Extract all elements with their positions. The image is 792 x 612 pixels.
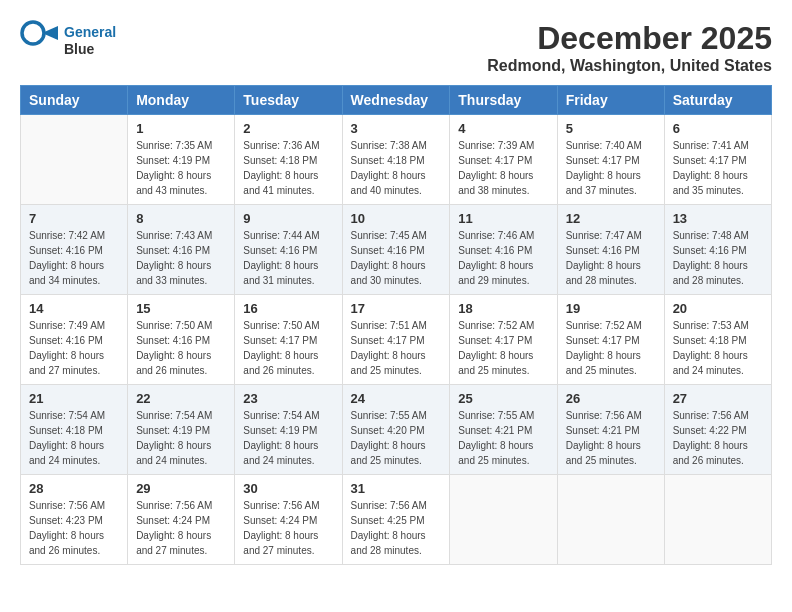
day-info: Sunrise: 7:40 AMSunset: 4:17 PMDaylight:… bbox=[566, 138, 656, 198]
day-number: 3 bbox=[351, 121, 442, 136]
day-number: 2 bbox=[243, 121, 333, 136]
table-row: 27 Sunrise: 7:56 AMSunset: 4:22 PMDaylig… bbox=[664, 385, 771, 475]
day-number: 10 bbox=[351, 211, 442, 226]
day-info: Sunrise: 7:42 AMSunset: 4:16 PMDaylight:… bbox=[29, 228, 119, 288]
day-info: Sunrise: 7:43 AMSunset: 4:16 PMDaylight:… bbox=[136, 228, 226, 288]
day-info: Sunrise: 7:38 AMSunset: 4:18 PMDaylight:… bbox=[351, 138, 442, 198]
day-info: Sunrise: 7:50 AMSunset: 4:16 PMDaylight:… bbox=[136, 318, 226, 378]
svg-point-0 bbox=[22, 22, 44, 44]
month-title: December 2025 bbox=[487, 20, 772, 57]
day-info: Sunrise: 7:46 AMSunset: 4:16 PMDaylight:… bbox=[458, 228, 548, 288]
day-number: 8 bbox=[136, 211, 226, 226]
calendar-week-row: 21 Sunrise: 7:54 AMSunset: 4:18 PMDaylig… bbox=[21, 385, 772, 475]
day-info: Sunrise: 7:56 AMSunset: 4:23 PMDaylight:… bbox=[29, 498, 119, 558]
day-info: Sunrise: 7:49 AMSunset: 4:16 PMDaylight:… bbox=[29, 318, 119, 378]
day-number: 29 bbox=[136, 481, 226, 496]
table-row: 29 Sunrise: 7:56 AMSunset: 4:24 PMDaylig… bbox=[128, 475, 235, 565]
day-number: 21 bbox=[29, 391, 119, 406]
table-row: 11 Sunrise: 7:46 AMSunset: 4:16 PMDaylig… bbox=[450, 205, 557, 295]
table-row: 26 Sunrise: 7:56 AMSunset: 4:21 PMDaylig… bbox=[557, 385, 664, 475]
day-number: 22 bbox=[136, 391, 226, 406]
logo: General Blue bbox=[20, 20, 116, 62]
header-thursday: Thursday bbox=[450, 86, 557, 115]
day-number: 4 bbox=[458, 121, 548, 136]
table-row: 13 Sunrise: 7:48 AMSunset: 4:16 PMDaylig… bbox=[664, 205, 771, 295]
day-number: 9 bbox=[243, 211, 333, 226]
day-info: Sunrise: 7:55 AMSunset: 4:21 PMDaylight:… bbox=[458, 408, 548, 468]
day-info: Sunrise: 7:52 AMSunset: 4:17 PMDaylight:… bbox=[458, 318, 548, 378]
day-number: 12 bbox=[566, 211, 656, 226]
table-row: 1 Sunrise: 7:35 AMSunset: 4:19 PMDayligh… bbox=[128, 115, 235, 205]
header-tuesday: Tuesday bbox=[235, 86, 342, 115]
day-info: Sunrise: 7:54 AMSunset: 4:18 PMDaylight:… bbox=[29, 408, 119, 468]
calendar-week-row: 28 Sunrise: 7:56 AMSunset: 4:23 PMDaylig… bbox=[21, 475, 772, 565]
calendar-header-row: Sunday Monday Tuesday Wednesday Thursday… bbox=[21, 86, 772, 115]
day-info: Sunrise: 7:44 AMSunset: 4:16 PMDaylight:… bbox=[243, 228, 333, 288]
table-row bbox=[450, 475, 557, 565]
day-number: 24 bbox=[351, 391, 442, 406]
day-info: Sunrise: 7:48 AMSunset: 4:16 PMDaylight:… bbox=[673, 228, 763, 288]
header-sunday: Sunday bbox=[21, 86, 128, 115]
day-info: Sunrise: 7:56 AMSunset: 4:25 PMDaylight:… bbox=[351, 498, 442, 558]
day-info: Sunrise: 7:45 AMSunset: 4:16 PMDaylight:… bbox=[351, 228, 442, 288]
day-number: 25 bbox=[458, 391, 548, 406]
day-info: Sunrise: 7:54 AMSunset: 4:19 PMDaylight:… bbox=[136, 408, 226, 468]
day-number: 1 bbox=[136, 121, 226, 136]
day-info: Sunrise: 7:56 AMSunset: 4:22 PMDaylight:… bbox=[673, 408, 763, 468]
table-row bbox=[21, 115, 128, 205]
table-row: 8 Sunrise: 7:43 AMSunset: 4:16 PMDayligh… bbox=[128, 205, 235, 295]
day-info: Sunrise: 7:56 AMSunset: 4:24 PMDaylight:… bbox=[243, 498, 333, 558]
day-number: 17 bbox=[351, 301, 442, 316]
day-info: Sunrise: 7:47 AMSunset: 4:16 PMDaylight:… bbox=[566, 228, 656, 288]
day-info: Sunrise: 7:39 AMSunset: 4:17 PMDaylight:… bbox=[458, 138, 548, 198]
day-number: 30 bbox=[243, 481, 333, 496]
table-row: 5 Sunrise: 7:40 AMSunset: 4:17 PMDayligh… bbox=[557, 115, 664, 205]
day-number: 27 bbox=[673, 391, 763, 406]
day-info: Sunrise: 7:53 AMSunset: 4:18 PMDaylight:… bbox=[673, 318, 763, 378]
table-row: 4 Sunrise: 7:39 AMSunset: 4:17 PMDayligh… bbox=[450, 115, 557, 205]
header-saturday: Saturday bbox=[664, 86, 771, 115]
day-number: 11 bbox=[458, 211, 548, 226]
day-info: Sunrise: 7:56 AMSunset: 4:24 PMDaylight:… bbox=[136, 498, 226, 558]
table-row: 21 Sunrise: 7:54 AMSunset: 4:18 PMDaylig… bbox=[21, 385, 128, 475]
day-info: Sunrise: 7:55 AMSunset: 4:20 PMDaylight:… bbox=[351, 408, 442, 468]
header-friday: Friday bbox=[557, 86, 664, 115]
day-number: 6 bbox=[673, 121, 763, 136]
table-row: 12 Sunrise: 7:47 AMSunset: 4:16 PMDaylig… bbox=[557, 205, 664, 295]
table-row: 6 Sunrise: 7:41 AMSunset: 4:17 PMDayligh… bbox=[664, 115, 771, 205]
table-row: 23 Sunrise: 7:54 AMSunset: 4:19 PMDaylig… bbox=[235, 385, 342, 475]
location-title: Redmond, Washington, United States bbox=[487, 57, 772, 75]
table-row: 7 Sunrise: 7:42 AMSunset: 4:16 PMDayligh… bbox=[21, 205, 128, 295]
day-info: Sunrise: 7:56 AMSunset: 4:21 PMDaylight:… bbox=[566, 408, 656, 468]
day-info: Sunrise: 7:54 AMSunset: 4:19 PMDaylight:… bbox=[243, 408, 333, 468]
table-row: 30 Sunrise: 7:56 AMSunset: 4:24 PMDaylig… bbox=[235, 475, 342, 565]
header: General Blue December 2025 Redmond, Wash… bbox=[20, 20, 772, 75]
table-row bbox=[664, 475, 771, 565]
day-info: Sunrise: 7:51 AMSunset: 4:17 PMDaylight:… bbox=[351, 318, 442, 378]
day-info: Sunrise: 7:41 AMSunset: 4:17 PMDaylight:… bbox=[673, 138, 763, 198]
table-row: 17 Sunrise: 7:51 AMSunset: 4:17 PMDaylig… bbox=[342, 295, 450, 385]
day-number: 23 bbox=[243, 391, 333, 406]
table-row: 24 Sunrise: 7:55 AMSunset: 4:20 PMDaylig… bbox=[342, 385, 450, 475]
table-row: 16 Sunrise: 7:50 AMSunset: 4:17 PMDaylig… bbox=[235, 295, 342, 385]
logo-text: General Blue bbox=[64, 24, 116, 58]
calendar-week-row: 7 Sunrise: 7:42 AMSunset: 4:16 PMDayligh… bbox=[21, 205, 772, 295]
table-row bbox=[557, 475, 664, 565]
table-row: 22 Sunrise: 7:54 AMSunset: 4:19 PMDaylig… bbox=[128, 385, 235, 475]
table-row: 25 Sunrise: 7:55 AMSunset: 4:21 PMDaylig… bbox=[450, 385, 557, 475]
day-number: 28 bbox=[29, 481, 119, 496]
day-number: 15 bbox=[136, 301, 226, 316]
day-number: 14 bbox=[29, 301, 119, 316]
table-row: 31 Sunrise: 7:56 AMSunset: 4:25 PMDaylig… bbox=[342, 475, 450, 565]
day-number: 26 bbox=[566, 391, 656, 406]
day-number: 5 bbox=[566, 121, 656, 136]
table-row: 9 Sunrise: 7:44 AMSunset: 4:16 PMDayligh… bbox=[235, 205, 342, 295]
header-wednesday: Wednesday bbox=[342, 86, 450, 115]
day-info: Sunrise: 7:35 AMSunset: 4:19 PMDaylight:… bbox=[136, 138, 226, 198]
table-row: 15 Sunrise: 7:50 AMSunset: 4:16 PMDaylig… bbox=[128, 295, 235, 385]
day-info: Sunrise: 7:36 AMSunset: 4:18 PMDaylight:… bbox=[243, 138, 333, 198]
day-info: Sunrise: 7:52 AMSunset: 4:17 PMDaylight:… bbox=[566, 318, 656, 378]
day-number: 20 bbox=[673, 301, 763, 316]
table-row: 20 Sunrise: 7:53 AMSunset: 4:18 PMDaylig… bbox=[664, 295, 771, 385]
calendar-week-row: 14 Sunrise: 7:49 AMSunset: 4:16 PMDaylig… bbox=[21, 295, 772, 385]
